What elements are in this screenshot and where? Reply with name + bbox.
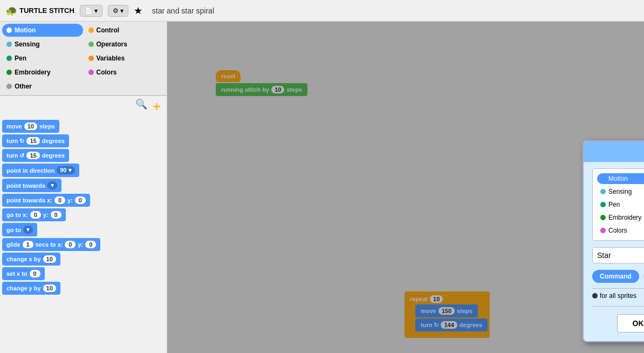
blocks-toolbar: 🔍 ＋ <box>0 96 167 117</box>
turtle-icon: 🐢 <box>5 5 17 17</box>
topbar: 🐢 TURTLE STITCH 📄 ▾ ⚙ ▾ ★ star and star … <box>0 0 644 22</box>
turn-144-block[interactable]: turn ↻ 144 degrees <box>415 318 488 331</box>
modal-pen-dot <box>600 202 606 207</box>
categories: Motion Control Sensing Operators Pen Var… <box>0 22 167 96</box>
cat-sensing[interactable]: Sensing <box>2 38 83 51</box>
left-panel: Motion Control Sensing Operators Pen Var… <box>0 22 167 353</box>
block-change-y[interactable]: change y by 10 <box>2 282 60 295</box>
modal-embroidery-dot <box>600 215 606 220</box>
modal-cat-embroidery[interactable]: Embroidery <box>597 212 644 223</box>
block-go-to-xy[interactable]: go to x: 0 y: 0 <box>2 208 66 221</box>
pen-dot <box>6 56 12 61</box>
modal-cat-pen[interactable]: Pen <box>597 199 644 210</box>
modal-positioner: Make a block Motion Control <box>583 140 644 342</box>
canvas: reset running stitch by 10 steps repeat … <box>167 22 644 353</box>
cat-other[interactable]: Other <box>2 80 83 93</box>
block-turn-cw[interactable]: turn ↻ 15 degrees <box>2 134 69 147</box>
variables-dot <box>88 56 94 61</box>
modal-cat-sensing[interactable]: Sensing <box>597 186 644 197</box>
sprite-all-label: for all sprites <box>600 292 636 300</box>
logo-text: TURTLE STITCH <box>19 6 74 15</box>
modal-cat-motion[interactable]: Motion <box>597 173 644 184</box>
block-change-x[interactable]: change x by 10 <box>2 253 60 266</box>
modal-divider <box>592 288 644 289</box>
settings-button[interactable]: ⚙ ▾ <box>108 5 128 17</box>
running-stitch-block[interactable]: running stitch by 10 steps <box>216 83 307 96</box>
pin-button[interactable]: ★ <box>134 5 142 17</box>
block-point-dir[interactable]: point in direction 90 ▾ <box>2 164 79 177</box>
operators-dot <box>88 42 94 47</box>
gear-icon: ⚙ <box>113 7 119 15</box>
cat-motion[interactable]: Motion <box>2 24 83 37</box>
project-title: star and star spiral <box>152 6 214 15</box>
script-group-1: reset running stitch by 10 steps <box>216 70 307 96</box>
blocks-list: move 10 steps turn ↻ 15 degrees turn ↺ 1… <box>0 117 167 353</box>
repeat-block[interactable]: repeat 10 move 150 steps turn ↻ 144 degr… <box>405 291 490 338</box>
embroidery-dot <box>6 70 12 75</box>
file-icon: 📄 <box>85 7 93 15</box>
modal-categories: Motion Control Sensing <box>592 168 644 241</box>
add-block-button[interactable]: ＋ <box>150 98 162 114</box>
make-a-block-dialog: Make a block Motion Control <box>583 140 644 342</box>
modal-divider-2 <box>592 306 644 307</box>
block-point-towards[interactable]: point towards ▾ <box>2 179 61 192</box>
block-turn-ccw[interactable]: turn ↺ 15 degrees <box>2 149 69 162</box>
cat-variables[interactable]: Variables <box>84 52 165 65</box>
control-dot <box>88 28 94 33</box>
sensing-dot <box>6 42 12 47</box>
cat-embroidery[interactable]: Embroidery <box>2 66 83 79</box>
modal-header: Make a block <box>584 141 644 162</box>
modal-sensing-dot <box>600 189 606 194</box>
modal-cat-colors[interactable]: Colors <box>597 225 644 236</box>
modal-sprites: for all sprites for this sprite only <box>592 292 644 300</box>
move-150-block[interactable]: move 150 steps <box>415 304 478 317</box>
cat-operators[interactable]: Operators <box>84 38 165 51</box>
modal-body: Motion Control Sensing <box>584 162 644 341</box>
type-command-btn[interactable]: Command <box>592 270 639 283</box>
cat-pen[interactable]: Pen <box>2 52 83 65</box>
script-group-2: repeat 10 move 150 steps turn ↻ 144 degr… <box>405 291 490 338</box>
block-glide[interactable]: glide 1 secs to x: 0 y: 0 <box>2 238 100 251</box>
cat-colors[interactable]: Colors <box>84 66 165 79</box>
modal-types: Command Reporter Predicate <box>592 270 644 283</box>
logo: 🐢 TURTLE STITCH <box>5 5 74 17</box>
colors-dot <box>88 70 94 75</box>
other-dot <box>6 84 12 89</box>
block-set-x[interactable]: set x to 0 <box>2 267 45 280</box>
block-go-to[interactable]: go to ▾ <box>2 223 37 236</box>
file-button[interactable]: 📄 ▾ <box>80 5 102 17</box>
reset-block[interactable]: reset <box>216 70 241 82</box>
ok-button[interactable]: OK <box>617 314 644 332</box>
block-move[interactable]: move 10 steps <box>2 120 59 133</box>
modal-colors-dot <box>600 228 606 233</box>
block-name-input[interactable] <box>592 247 644 263</box>
radio-dot <box>592 293 598 298</box>
sprite-all-option[interactable]: for all sprites <box>592 292 636 300</box>
modal-motion-dot <box>600 176 606 181</box>
block-point-towards-xy[interactable]: point towards x: 0 y: 0 <box>2 194 90 207</box>
cat-control[interactable]: Control <box>84 24 165 37</box>
search-icon[interactable]: 🔍 <box>135 98 147 114</box>
motion-dot <box>6 28 12 33</box>
repeat-inner: move 150 steps turn ↻ 144 degrees <box>415 304 488 331</box>
modal-actions: OK Cancel <box>592 310 644 335</box>
main: Motion Control Sensing Operators Pen Var… <box>0 22 644 353</box>
